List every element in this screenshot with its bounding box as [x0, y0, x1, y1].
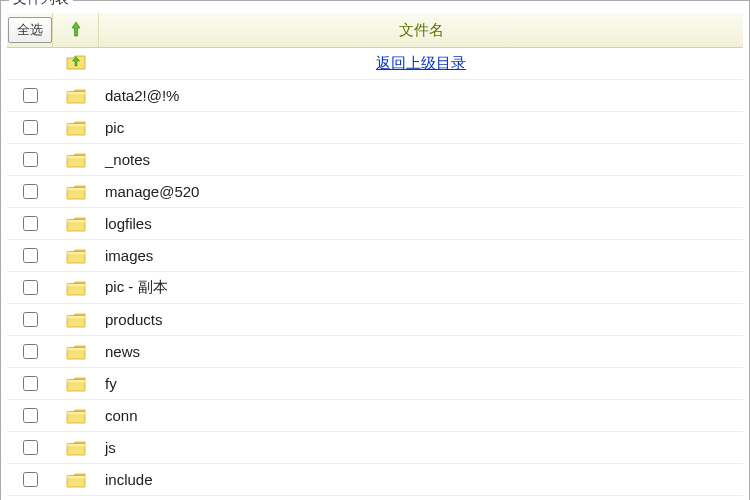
header-filename-label: 文件名 — [399, 21, 444, 40]
folder-icon — [66, 472, 86, 488]
folder-icon — [66, 88, 86, 104]
row-icon-cell — [53, 408, 99, 424]
folder-icon — [66, 312, 86, 328]
file-row[interactable]: _notes — [7, 144, 743, 176]
folder-icon — [66, 152, 86, 168]
folder-icon — [66, 216, 86, 232]
row-icon-cell — [53, 152, 99, 168]
file-name-cell: products — [99, 311, 743, 328]
row-check-cell — [7, 344, 53, 359]
file-name-cell: _notes — [99, 151, 743, 168]
panel-title: 文件列表 — [9, 0, 73, 8]
file-name-label[interactable]: logfiles — [105, 215, 152, 232]
file-name-cell: conn — [99, 407, 743, 424]
folder-icon — [66, 120, 86, 136]
parent-dir-row[interactable]: 返回上级目录 — [7, 48, 743, 80]
file-name-label[interactable]: products — [105, 311, 163, 328]
file-name-label[interactable]: pic - 副本 — [105, 278, 168, 295]
folder-icon — [66, 408, 86, 424]
row-checkbox[interactable] — [23, 472, 38, 487]
file-row[interactable]: include — [7, 464, 743, 496]
file-name-label[interactable]: data2!@!% — [105, 87, 179, 104]
file-name-cell: images — [99, 247, 743, 264]
row-check-cell — [7, 248, 53, 263]
file-list-panel: 文件列表 全选 文件名 — [0, 0, 750, 500]
folder-icon — [66, 184, 86, 200]
row-checkbox[interactable] — [23, 280, 38, 295]
file-name-label[interactable]: images — [105, 247, 153, 264]
file-row[interactable]: conn — [7, 400, 743, 432]
row-icon-cell — [53, 120, 99, 136]
row-checkbox[interactable] — [23, 248, 38, 263]
file-name-label[interactable]: js — [105, 439, 116, 456]
file-name-label[interactable]: include — [105, 471, 153, 488]
file-name-label[interactable]: news — [105, 343, 140, 360]
folder-icon — [66, 440, 86, 456]
file-name-cell: fy — [99, 375, 743, 392]
file-name-cell: js — [99, 439, 743, 456]
file-table-header: 全选 文件名 — [7, 13, 743, 48]
file-name-label[interactable]: pic — [105, 119, 124, 136]
row-icon-cell — [53, 440, 99, 456]
row-icon-cell — [53, 376, 99, 392]
arrow-up-icon — [71, 21, 81, 40]
row-checkbox[interactable] — [23, 344, 38, 359]
file-row[interactable]: fy — [7, 368, 743, 400]
folder-icon — [66, 344, 86, 360]
row-check-cell — [7, 408, 53, 423]
row-checkbox[interactable] — [23, 216, 38, 231]
row-checkbox[interactable] — [23, 376, 38, 391]
file-name-cell: logfiles — [99, 215, 743, 232]
row-icon-cell — [53, 88, 99, 104]
row-checkbox[interactable] — [23, 120, 38, 135]
row-checkbox[interactable] — [23, 152, 38, 167]
file-name-label[interactable]: conn — [105, 407, 138, 424]
header-select-cell: 全选 — [7, 13, 53, 47]
parent-name-cell: 返回上级目录 — [99, 54, 743, 73]
file-name-label[interactable]: manage@520 — [105, 183, 199, 200]
row-icon-cell — [53, 344, 99, 360]
row-icon-cell — [53, 472, 99, 488]
file-row[interactable]: logfiles — [7, 208, 743, 240]
row-check-cell — [7, 280, 53, 295]
file-name-cell: manage@520 — [99, 183, 743, 200]
file-name-cell: pic - 副本 — [99, 278, 743, 297]
file-name-cell: pic — [99, 119, 743, 136]
file-name-label[interactable]: fy — [105, 375, 117, 392]
folder-up-icon — [66, 53, 86, 74]
row-checkbox[interactable] — [23, 408, 38, 423]
row-icon-cell — [53, 248, 99, 264]
file-row[interactable]: images — [7, 240, 743, 272]
row-check-cell — [7, 88, 53, 103]
file-row[interactable]: pic - 副本 — [7, 272, 743, 304]
row-check-cell — [7, 376, 53, 391]
file-row[interactable]: manage@520 — [7, 176, 743, 208]
header-filename-column[interactable]: 文件名 — [99, 13, 743, 47]
row-icon-cell — [53, 280, 99, 296]
parent-icon-cell — [53, 53, 99, 74]
row-check-cell — [7, 472, 53, 487]
row-icon-cell — [53, 312, 99, 328]
row-checkbox[interactable] — [23, 88, 38, 103]
row-check-cell — [7, 216, 53, 231]
row-checkbox[interactable] — [23, 440, 38, 455]
file-row[interactable]: news — [7, 336, 743, 368]
row-icon-cell — [53, 216, 99, 232]
file-name-label[interactable]: _notes — [105, 151, 150, 168]
file-name-cell: news — [99, 343, 743, 360]
row-checkbox[interactable] — [23, 184, 38, 199]
header-sort-cell[interactable] — [53, 13, 99, 47]
file-row[interactable]: data2!@!% — [7, 80, 743, 112]
file-name-cell: include — [99, 471, 743, 488]
file-row[interactable]: products — [7, 304, 743, 336]
row-check-cell — [7, 440, 53, 455]
row-check-cell — [7, 152, 53, 167]
parent-dir-link[interactable]: 返回上级目录 — [376, 54, 466, 71]
row-checkbox[interactable] — [23, 312, 38, 327]
file-row[interactable]: js — [7, 432, 743, 464]
folder-icon — [66, 280, 86, 296]
file-row[interactable]: pic — [7, 112, 743, 144]
folder-icon — [66, 376, 86, 392]
select-all-button[interactable]: 全选 — [8, 17, 52, 43]
row-check-cell — [7, 120, 53, 135]
